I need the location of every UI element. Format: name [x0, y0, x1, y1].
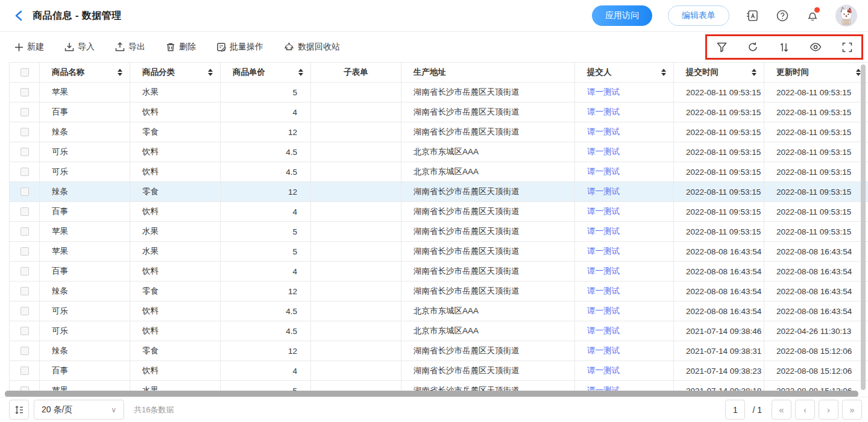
submitter-link[interactable]: 谭一测试	[587, 345, 620, 356]
sort-arrows-icon[interactable]	[851, 69, 861, 76]
select-all-cell[interactable]	[10, 63, 40, 82]
row-select-cell[interactable]	[10, 83, 40, 102]
table-row[interactable]: 苹果水果5湖南省长沙市岳麓区天顶街道谭一测试2022-08-11 09:53:1…	[10, 222, 868, 242]
submitter-link[interactable]: 谭一测试	[587, 246, 620, 257]
vertical-scrollbar[interactable]	[861, 65, 866, 390]
submitter-link[interactable]: 谭一测试	[587, 326, 620, 336]
column-header[interactable]: 提交人	[575, 63, 674, 82]
first-page-button[interactable]: «	[772, 400, 791, 420]
row-select-cell[interactable]	[10, 182, 40, 201]
next-page-button[interactable]: ›	[819, 400, 838, 420]
column-header[interactable]: 商品单价	[221, 63, 311, 82]
row-select-cell[interactable]	[10, 361, 40, 380]
app-access-button[interactable]: 应用访问	[592, 5, 652, 26]
table-row[interactable]: 百事饮料4湖南省长沙市岳麓区天顶街道谭一测试2022-08-08 16:43:5…	[10, 262, 868, 282]
row-select-cell[interactable]	[10, 162, 40, 181]
row-checkbox[interactable]	[20, 148, 29, 156]
fullscreen-icon[interactable]	[841, 41, 853, 53]
row-checkbox[interactable]	[20, 187, 29, 196]
export-button[interactable]: 导出	[115, 42, 145, 52]
row-checkbox[interactable]	[20, 227, 29, 236]
delete-button[interactable]: 删除	[166, 42, 196, 52]
table-row[interactable]: 百事饮料4湖南省长沙市岳麓区天顶街道谭一测试2022-08-11 09:53:1…	[10, 102, 868, 122]
row-checkbox[interactable]	[20, 207, 29, 216]
submitter-link[interactable]: 谭一测试	[587, 206, 620, 217]
back-button[interactable]	[12, 9, 25, 22]
row-checkbox[interactable]	[20, 307, 29, 315]
row-checkbox[interactable]	[20, 347, 29, 355]
table-row[interactable]: 可乐饮料4.5北京市东城区AAA谭一测试2022-08-11 09:53:152…	[10, 162, 868, 182]
submitter-link[interactable]: 谭一测试	[587, 365, 620, 376]
horizontal-scrollbar[interactable]	[5, 391, 858, 397]
row-checkbox[interactable]	[20, 327, 29, 335]
edit-form-button[interactable]: 编辑表单	[668, 5, 729, 26]
table-row[interactable]: 苹果水果5湖南省长沙市岳麓区天顶街道谭一测试2022-08-08 16:43:5…	[10, 242, 868, 262]
row-select-cell[interactable]	[10, 202, 40, 221]
table-row[interactable]: 辣条零食12湖南省长沙市岳麓区天顶街道谭一测试2021-07-14 09:38:…	[10, 341, 868, 361]
row-checkbox[interactable]	[20, 168, 29, 176]
sort-arrows-icon[interactable]	[656, 69, 666, 76]
notification-bell-icon[interactable]	[805, 8, 820, 23]
refresh-icon[interactable]	[747, 41, 759, 53]
submitter-link[interactable]: 谭一测试	[587, 107, 620, 118]
submitter-link[interactable]: 谭一测试	[587, 226, 620, 237]
last-page-button[interactable]: »	[842, 400, 862, 420]
filter-icon[interactable]	[715, 41, 728, 53]
submitter-link[interactable]: 谭一测试	[587, 186, 620, 197]
sort-arrows-icon[interactable]	[747, 69, 756, 76]
user-avatar[interactable]	[835, 5, 857, 27]
row-select-cell[interactable]	[10, 341, 40, 361]
row-select-cell[interactable]	[10, 122, 40, 142]
sort-arrows-icon[interactable]	[203, 69, 213, 76]
row-select-cell[interactable]	[10, 282, 40, 301]
row-select-cell[interactable]	[10, 142, 40, 162]
recycle-bin-button[interactable]: 数据回收站	[284, 42, 340, 52]
submitter-link[interactable]: 谭一测试	[587, 127, 620, 137]
submitter-link[interactable]: 谭一测试	[587, 166, 620, 177]
table-row[interactable]: 辣条零食12湖南省长沙市岳麓区天顶街道谭一测试2022-08-08 16:43:…	[10, 282, 868, 301]
table-row[interactable]: 辣条零食12湖南省长沙市岳麓区天顶街道谭一测试2022-08-11 09:53:…	[10, 182, 868, 202]
help-icon[interactable]	[775, 8, 790, 23]
column-header[interactable]: 更新时间	[764, 63, 868, 82]
submitter-link[interactable]: 谭一测试	[587, 286, 620, 297]
prev-page-button[interactable]: ‹	[795, 400, 815, 420]
create-button[interactable]: 新建	[14, 42, 44, 52]
submitter-link[interactable]: 谭一测试	[587, 146, 620, 157]
row-select-cell[interactable]	[10, 262, 40, 281]
table-row[interactable]: 百事饮料4湖南省长沙市岳麓区天顶街道谭一测试2021-07-14 09:38:2…	[10, 361, 868, 381]
sort-icon[interactable]	[778, 41, 790, 53]
row-height-button[interactable]	[9, 400, 29, 420]
contacts-icon[interactable]	[745, 8, 760, 23]
batch-operations-button[interactable]: 批量操作	[216, 42, 263, 52]
row-checkbox[interactable]	[20, 267, 29, 276]
visibility-icon[interactable]	[810, 41, 822, 53]
column-header[interactable]: 商品名称	[40, 63, 130, 82]
table-row[interactable]: 百事饮料4湖南省长沙市岳麓区天顶街道谭一测试2022-08-11 09:53:1…	[10, 202, 868, 222]
submitter-link[interactable]: 谭一测试	[587, 87, 620, 98]
row-select-cell[interactable]	[10, 222, 40, 241]
row-checkbox[interactable]	[20, 88, 29, 96]
import-button[interactable]: 导入	[64, 42, 95, 52]
table-row[interactable]: 可乐饮料4.5北京市东城区AAA谭一测试2022-08-11 09:53:152…	[10, 142, 868, 162]
submitter-link[interactable]: 谭一测试	[587, 306, 620, 316]
table-row[interactable]: 可乐饮料4.5北京市东城区AAA谭一测试2021-07-14 09:38:462…	[10, 321, 868, 341]
table-row[interactable]: 可乐饮料4.5北京市东城区AAA谭一测试2022-08-08 16:43:542…	[10, 301, 868, 321]
column-header[interactable]: 提交时间	[674, 63, 764, 82]
row-select-cell[interactable]	[10, 102, 40, 122]
page-size-select[interactable]: 20 条/页 ∨	[34, 400, 124, 420]
select-all-checkbox[interactable]	[20, 68, 29, 77]
row-select-cell[interactable]	[10, 321, 40, 341]
row-checkbox[interactable]	[20, 287, 29, 295]
sort-arrows-icon[interactable]	[113, 69, 122, 76]
row-select-cell[interactable]	[10, 242, 40, 261]
sort-arrows-icon[interactable]	[294, 69, 303, 76]
row-checkbox[interactable]	[20, 108, 29, 116]
submitter-link[interactable]: 谭一测试	[587, 266, 620, 277]
table-row[interactable]: 辣条零食12湖南省长沙市岳麓区天顶街道谭一测试2022-08-11 09:53:…	[10, 122, 868, 142]
row-checkbox[interactable]	[20, 367, 29, 375]
row-checkbox[interactable]	[20, 247, 29, 256]
row-select-cell[interactable]	[10, 301, 40, 321]
column-header[interactable]: 商品分类	[130, 63, 221, 82]
row-checkbox[interactable]	[20, 128, 29, 136]
page-number-input[interactable]	[725, 400, 745, 420]
